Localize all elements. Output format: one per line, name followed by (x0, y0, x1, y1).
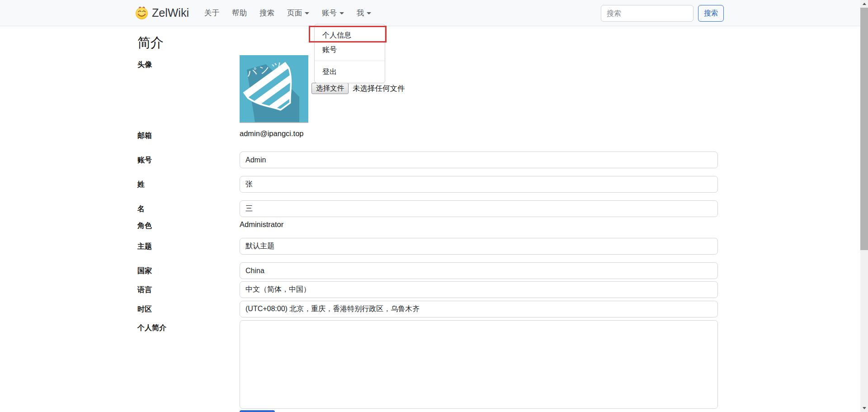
country-input[interactable] (240, 262, 718, 279)
vertical-scrollbar (860, 0, 868, 412)
brand-title: ZelWiki (152, 6, 189, 19)
role-value: Administrator (240, 220, 283, 229)
smiley-face-logo-icon (135, 6, 149, 20)
nav-dropdown-account[interactable]: 账号 (317, 5, 349, 22)
username-input[interactable] (240, 152, 718, 168)
firstname-input[interactable] (240, 200, 718, 217)
language-input[interactable] (240, 281, 718, 298)
email-label: 邮箱 (137, 131, 152, 141)
file-status-text: 未选择任何文件 (353, 84, 405, 94)
navbar-search-form: 搜索 (601, 5, 724, 22)
avatar-image: パンツ (240, 55, 308, 123)
timezone-label: 时区 (137, 305, 152, 314)
scrollbar-up-button[interactable] (860, 0, 868, 8)
menu-item-account[interactable]: 账号 (315, 43, 385, 57)
username-label: 账号 (137, 156, 152, 165)
lastname-input[interactable] (240, 176, 718, 193)
page-title: 简介 (137, 34, 164, 52)
nav-dropdown-pages[interactable]: 页面 (283, 5, 314, 22)
firstname-label: 名 (137, 204, 145, 214)
menu-divider (315, 61, 385, 61)
navbar-search-button[interactable]: 搜索 (698, 5, 724, 22)
nav-item-help[interactable]: 帮助 (227, 5, 251, 22)
avatar-file-input: 选择文件 未选择任何文件 (311, 83, 405, 94)
email-value: admin@ipangci.top (240, 129, 304, 138)
theme-label: 主题 (137, 242, 152, 251)
caret-down-icon (305, 12, 309, 14)
menu-item-profile[interactable]: 个人信息 (315, 28, 385, 43)
caret-down-icon (340, 12, 344, 14)
lastname-label: 姓 (137, 180, 145, 189)
browser-page: ZelWiki 关于 帮助 搜索 页面 账号 我 搜索 个人信息 账号 登出 简… (0, 0, 868, 412)
brand-link[interactable]: ZelWiki (135, 6, 189, 20)
arrow-down-icon (863, 407, 866, 409)
bio-label: 个人简介 (137, 323, 166, 333)
country-label: 国家 (137, 266, 152, 276)
caret-down-icon (367, 12, 371, 14)
user-dropdown-menu: 个人信息 账号 登出 (314, 24, 385, 83)
save-button-partial[interactable] (240, 410, 275, 412)
navbar-search-input[interactable] (601, 5, 693, 22)
scrollbar-thumb[interactable] (860, 8, 868, 250)
arrow-up-icon (863, 3, 866, 5)
role-label: 角色 (137, 221, 152, 231)
scrollbar-down-button[interactable] (860, 404, 868, 412)
avatar-label: 头像 (137, 60, 152, 70)
theme-input[interactable] (240, 238, 718, 255)
nav-dropdown-me[interactable]: 我 (352, 5, 376, 22)
nav-item-about[interactable]: 关于 (200, 5, 224, 22)
top-navbar: ZelWiki 关于 帮助 搜索 页面 账号 我 搜索 (0, 0, 868, 26)
nav-item-search[interactable]: 搜索 (255, 5, 279, 22)
language-label: 语言 (137, 285, 152, 295)
menu-item-logout[interactable]: 登出 (315, 65, 385, 79)
bio-textarea[interactable] (240, 320, 718, 409)
timezone-input[interactable] (240, 301, 718, 317)
choose-file-button[interactable]: 选择文件 (311, 83, 349, 94)
